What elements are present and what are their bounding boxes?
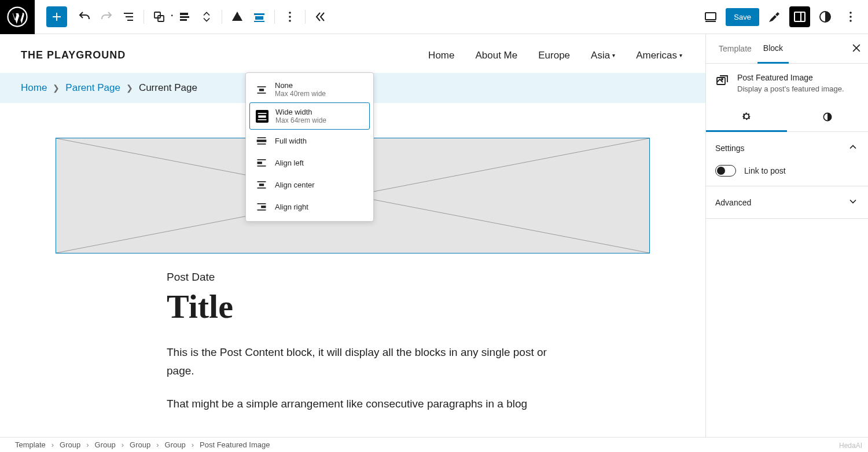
align-wide-icon xyxy=(256,110,269,123)
align-full-icon xyxy=(255,134,268,147)
crumb[interactable]: Group xyxy=(165,440,186,449)
align-option-none[interactable]: NoneMax 40rem wide xyxy=(249,76,370,102)
svg-rect-13 xyxy=(255,16,263,20)
settings-sidebar-toggle[interactable] xyxy=(789,6,810,27)
watermark: HedaAI xyxy=(839,442,862,450)
collapse-toolbar-button[interactable] xyxy=(310,6,331,27)
crumb[interactable]: Group xyxy=(95,440,116,449)
svg-rect-31 xyxy=(258,113,267,114)
contrast-icon xyxy=(822,111,833,123)
top-toolbar: . Save xyxy=(0,0,868,34)
crumb-current: Post Featured Image xyxy=(200,440,270,449)
svg-point-25 xyxy=(849,20,852,22)
align-button[interactable] xyxy=(249,6,270,27)
svg-point-17 xyxy=(289,20,292,22)
breadcrumb-current: Current Page xyxy=(139,82,197,94)
svg-rect-43 xyxy=(258,203,266,204)
styles-button[interactable] xyxy=(815,6,836,27)
svg-rect-32 xyxy=(258,115,266,117)
options-menu-button[interactable] xyxy=(840,6,861,27)
align-center-icon xyxy=(255,178,268,191)
svg-rect-42 xyxy=(258,188,266,189)
chevron-down-icon: ▾ xyxy=(679,52,682,58)
svg-rect-12 xyxy=(254,13,264,15)
nav-item-asia[interactable]: Asia ▾ xyxy=(591,50,615,61)
breadcrumb-home[interactable]: Home xyxy=(21,82,47,94)
block-inserter-button[interactable] xyxy=(46,6,67,27)
svg-rect-6 xyxy=(155,12,160,18)
align-option-left[interactable]: Align left xyxy=(249,152,370,174)
align-option-center[interactable]: Align center xyxy=(249,174,370,196)
svg-rect-9 xyxy=(180,16,189,18)
align-none-icon xyxy=(255,83,268,96)
view-button[interactable] xyxy=(700,6,721,27)
site-nav: Home About Me Europe Asia ▾ Americas ▾ xyxy=(428,50,682,61)
svg-rect-36 xyxy=(258,144,266,145)
wordpress-logo[interactable] xyxy=(0,0,35,34)
featured-image-block-icon xyxy=(715,73,729,93)
sidebar-tab-template[interactable]: Template xyxy=(713,35,757,63)
undo-button[interactable] xyxy=(74,6,95,27)
parent-block-nav-button[interactable] xyxy=(174,6,195,27)
tools-button[interactable] xyxy=(764,6,785,27)
svg-point-11 xyxy=(239,14,241,16)
svg-rect-18 xyxy=(705,13,716,20)
svg-rect-8 xyxy=(180,13,188,15)
align-left-icon xyxy=(255,156,268,169)
align-popover: NoneMax 40rem wide Wide widthMax 64rem w… xyxy=(245,72,374,222)
chevron-right-icon: ❯ xyxy=(126,83,133,93)
svg-rect-40 xyxy=(258,181,266,182)
chevron-down-icon xyxy=(847,196,859,209)
more-options-button[interactable] xyxy=(279,6,300,27)
svg-rect-41 xyxy=(259,183,264,186)
block-description: Display a post's featured image. xyxy=(737,84,844,93)
post-content-block[interactable]: This is the Post Content block, it will … xyxy=(167,343,549,413)
paragraph: This is the Post Content block, it will … xyxy=(167,343,549,381)
svg-rect-28 xyxy=(258,86,266,87)
svg-rect-29 xyxy=(259,89,264,91)
nav-item-europe[interactable]: Europe xyxy=(538,50,570,61)
advanced-panel-toggle[interactable]: Advanced xyxy=(715,196,859,209)
crumb[interactable]: Group xyxy=(130,440,150,449)
svg-point-15 xyxy=(289,12,292,14)
block-type-button[interactable] xyxy=(149,6,170,27)
nav-item-about[interactable]: About Me xyxy=(475,50,517,61)
settings-panel-toggle[interactable]: Settings xyxy=(715,141,859,155)
svg-rect-20 xyxy=(795,12,805,21)
crumb[interactable]: Template xyxy=(15,440,46,449)
site-title[interactable]: THE PLAYGROUND xyxy=(21,49,126,61)
document-overview-button[interactable] xyxy=(118,6,139,27)
svg-rect-10 xyxy=(180,19,187,21)
align-option-wide[interactable]: Wide widthMax 64rem wide xyxy=(249,102,370,130)
save-button[interactable]: Save xyxy=(726,8,759,26)
svg-rect-7 xyxy=(158,16,164,21)
gear-icon xyxy=(741,111,752,122)
svg-point-24 xyxy=(849,16,852,18)
svg-rect-39 xyxy=(258,166,266,167)
settings-sidebar: Template Block Post Featured Image Displ… xyxy=(705,34,868,437)
chevron-down-icon: ▾ xyxy=(612,52,615,58)
align-option-full[interactable]: Full width xyxy=(249,130,370,152)
link-to-post-toggle[interactable] xyxy=(715,165,736,177)
svg-point-23 xyxy=(849,12,852,14)
redo-button[interactable] xyxy=(96,6,117,27)
block-settings-tab[interactable] xyxy=(706,102,787,132)
nav-item-americas[interactable]: Americas ▾ xyxy=(636,50,682,61)
align-right-icon xyxy=(255,200,268,213)
close-sidebar-button[interactable] xyxy=(851,42,862,56)
replace-image-button[interactable] xyxy=(227,6,248,27)
crumb[interactable]: Group xyxy=(60,440,80,449)
block-styles-tab[interactable] xyxy=(787,102,868,131)
svg-rect-33 xyxy=(258,119,267,120)
svg-point-16 xyxy=(289,16,292,18)
move-up-down-button[interactable] xyxy=(196,6,217,27)
post-title-block[interactable]: Title xyxy=(167,287,705,326)
editor-canvas: THE PLAYGROUND Home About Me Europe Asia… xyxy=(0,34,705,437)
chevron-right-icon: ❯ xyxy=(53,83,60,93)
breadcrumb-parent[interactable]: Parent Page xyxy=(65,82,120,94)
svg-rect-38 xyxy=(258,161,262,164)
align-option-right[interactable]: Align right xyxy=(249,196,370,218)
nav-item-home[interactable]: Home xyxy=(428,50,454,61)
sidebar-tab-block[interactable]: Block xyxy=(757,34,789,64)
post-date-block[interactable]: Post Date xyxy=(167,271,705,284)
